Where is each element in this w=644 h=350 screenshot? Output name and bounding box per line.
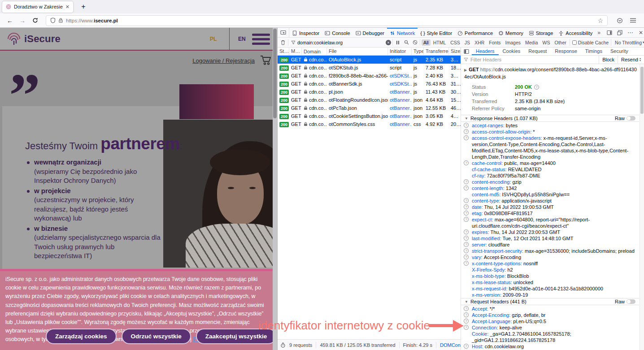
help-icon[interactable]: ? (534, 85, 539, 90)
block-url-icon[interactable] (411, 40, 418, 45)
browser-tab[interactable]: Doradztwo w Zakresie Ochrony Dany ✕ (2, 1, 73, 13)
type-filter-ws[interactable]: WS (541, 39, 552, 46)
column-header[interactable]: File (327, 48, 388, 55)
site-logo[interactable]: iSecure (6, 31, 61, 47)
column-header[interactable]: Domain (302, 48, 327, 55)
collapse-details-icon[interactable] (461, 48, 472, 55)
forward-icon[interactable]: → (16, 17, 29, 24)
help-icon[interactable]: ? (464, 248, 469, 253)
detail-tab-security[interactable]: Security (606, 48, 632, 55)
clear-filter-icon[interactable]: × (386, 40, 391, 45)
lang-en-button[interactable]: EN (238, 36, 246, 42)
throttling-dropdown[interactable]: No Throttling▾ (614, 40, 644, 45)
performance-analysis-icon[interactable] (280, 342, 286, 348)
type-filter-all[interactable]: All (422, 39, 431, 46)
type-filter-html[interactable]: HTML (431, 39, 448, 46)
expand-caret-icon[interactable]: ▶ (464, 68, 467, 72)
column-header[interactable]: Transferred (424, 48, 449, 55)
pocket-icon[interactable] (617, 17, 623, 24)
column-header[interactable]: Size (449, 48, 461, 55)
menu-icon[interactable] (630, 18, 636, 23)
request-row[interactable]: 200 GET cdn.co… otSDKStub.js script js 7… (278, 64, 461, 72)
help-icon[interactable]: ? (464, 312, 469, 317)
devtools-tab-accessibility[interactable]: Accessibility (556, 28, 595, 37)
raw-toggle[interactable] (627, 116, 635, 121)
help-icon[interactable]: ? (464, 179, 469, 184)
scrollbar-thumb[interactable] (640, 67, 644, 114)
manage-cookies-button[interactable]: Zarządzaj cookies (46, 328, 117, 344)
request-row[interactable]: 200 GET cdn.co… f2890bc8-88eb-4bac-a266-… (278, 72, 461, 80)
request-filter-input[interactable] (297, 40, 384, 45)
help-icon[interactable]: ? (464, 198, 469, 203)
type-filter-css[interactable]: CSS (448, 39, 462, 46)
site-menu-icon[interactable] (252, 34, 270, 45)
type-filter-xhr[interactable]: XHR (473, 39, 486, 46)
help-icon[interactable]: ? (464, 123, 469, 128)
type-filter-other[interactable]: Other (553, 39, 568, 46)
lock-icon[interactable] (59, 18, 63, 23)
search-icon[interactable] (403, 40, 410, 45)
reload-icon[interactable] (29, 17, 41, 23)
close-tab-icon[interactable]: ✕ (65, 4, 70, 10)
response-headers-section[interactable]: ▼ Response Headers (1.037 KB) Raw (461, 115, 639, 122)
block-button[interactable]: Block (599, 56, 618, 64)
lang-pl-button[interactable]: PL (210, 36, 217, 42)
help-icon[interactable]: ? (464, 319, 469, 324)
type-filter-fonts[interactable]: Fonts (487, 39, 502, 46)
login-register-link[interactable]: Logowanie / Rejestracja (192, 57, 255, 64)
devtools-tab-inspector[interactable]: Inspector (289, 28, 322, 37)
help-icon[interactable]: ? (464, 344, 469, 349)
detail-tab-cookies[interactable]: Cookies (499, 48, 525, 55)
pick-element-icon[interactable] (278, 28, 289, 37)
collapse-triangle-icon[interactable]: ▼ (465, 117, 468, 121)
pause-traffic-icon[interactable] (394, 40, 401, 45)
devtools-tab-network[interactable]: Network (387, 28, 418, 37)
separate-window-icon[interactable] (617, 30, 622, 35)
request-row[interactable]: 200 GET cdn.co… pl.json otBanner… js 11.… (278, 88, 461, 96)
dock-side-icon[interactable] (607, 30, 612, 35)
devtools-tab-console[interactable]: Console (322, 28, 352, 37)
checkbox[interactable] (572, 40, 577, 45)
request-row[interactable]: 200 GET cdn.co… OtAutoBlock.js script js… (278, 56, 461, 64)
devtools-tab-performance[interactable]: Performance (455, 28, 496, 37)
accept-all-button[interactable]: Zaakceptuj wszystkie (196, 328, 276, 344)
help-icon[interactable]: ? (464, 204, 469, 209)
help-icon[interactable]: ? (464, 160, 469, 165)
help-icon[interactable]: ? (464, 236, 469, 241)
help-icon[interactable]: ? (464, 306, 469, 311)
devtools-tab-debugger[interactable]: Debugger (353, 28, 387, 37)
request-row[interactable]: 200 GET cdn.co… otFloatingRoundedIcon.js… (278, 96, 461, 104)
help-icon[interactable]: ? (464, 229, 469, 234)
help-icon[interactable]: ? (464, 186, 469, 190)
shield-icon[interactable] (50, 17, 56, 23)
help-icon[interactable]: ? (464, 261, 469, 266)
help-icon[interactable]: ? (464, 242, 469, 247)
back-icon[interactable]: ← (4, 17, 16, 24)
details-scrollbar[interactable] (640, 64, 644, 350)
help-icon[interactable]: ? (464, 129, 469, 134)
new-tab-button[interactable]: + (78, 3, 88, 11)
type-filter-media[interactable]: Media (523, 39, 540, 46)
collapse-triangle-icon[interactable]: ▼ (465, 300, 468, 304)
url-bar[interactable]: https://www.isecure.pl ☆ (46, 15, 608, 26)
clear-requests-icon[interactable] (279, 40, 287, 45)
request-row[interactable]: 200 GET cdn.co… otBannerSdk.js otSDKSt… … (278, 80, 461, 88)
filter-headers-input[interactable] (470, 57, 596, 62)
column-header[interactable]: St… (278, 48, 289, 55)
request-headers-section[interactable]: ▼ Request Headers (441 B) Raw (461, 298, 639, 305)
reject-all-button[interactable]: Odrzuć wszystkie (122, 328, 191, 344)
detail-tab-timings[interactable]: Timings (581, 48, 606, 55)
request-row[interactable]: 200 GET cdn.co… otPcTab.json otBanner… j… (278, 104, 461, 112)
detail-tab-headers[interactable]: Headers (472, 48, 499, 55)
detail-tab-request[interactable]: Request (524, 48, 551, 55)
column-header[interactable]: Initiator (388, 48, 412, 55)
column-header[interactable]: M… (289, 48, 302, 55)
devtools-tab-memory[interactable]: Memory (496, 28, 526, 37)
page-scrollbar[interactable] (273, 28, 277, 350)
resend-button[interactable]: Resend▴▾ (618, 56, 644, 64)
help-icon[interactable]: ? (464, 135, 469, 140)
column-header[interactable]: Type (412, 48, 424, 55)
scrollbar-thumb[interactable] (273, 29, 277, 118)
more-tools-icon[interactable]: » (595, 28, 603, 37)
help-icon[interactable]: ? (464, 325, 469, 330)
